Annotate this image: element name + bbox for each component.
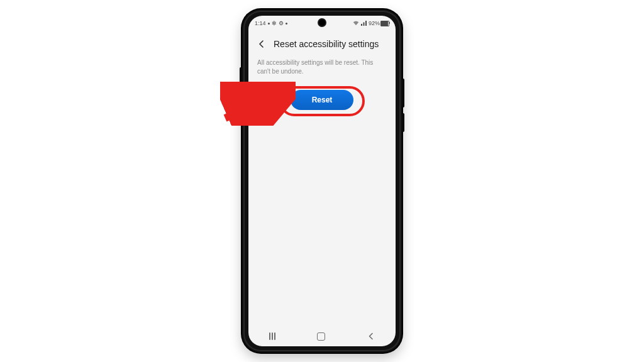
- battery-pct: 92%: [369, 20, 380, 26]
- nav-bar: [248, 326, 396, 346]
- status-bar-right: 92%: [353, 20, 389, 26]
- battery-icon: [380, 21, 389, 26]
- chevron-left-icon: [258, 40, 265, 48]
- settings-notif-icon: ✻: [272, 21, 277, 26]
- chevron-left-icon: [367, 332, 375, 340]
- notification-dot-icon: [286, 23, 287, 25]
- home-button[interactable]: [317, 332, 325, 341]
- description-text: All accessibility settings will be reset…: [257, 58, 387, 76]
- title-bar: Reset accessibility settings: [248, 31, 396, 57]
- signal-icon: [361, 21, 367, 26]
- bixby-button: [240, 67, 242, 84]
- notification-dot-icon: [268, 23, 270, 25]
- back-button[interactable]: [256, 38, 267, 50]
- gear-notif-icon: ⚙: [279, 21, 284, 26]
- front-camera: [319, 19, 325, 26]
- screen: 1:14 ✻ ⚙ 92%: [248, 16, 396, 346]
- page-title: Reset accessibility settings: [274, 39, 379, 49]
- battery-indicator: 92%: [369, 20, 389, 26]
- content-area: All accessibility settings will be reset…: [248, 57, 396, 326]
- recents-button[interactable]: [269, 332, 275, 340]
- phone-frame: 1:14 ✻ ⚙ 92%: [242, 9, 402, 353]
- power-button: [402, 113, 404, 132]
- status-time: 1:14: [255, 20, 266, 26]
- reset-button[interactable]: Reset: [291, 90, 354, 110]
- volume-button: [402, 79, 404, 107]
- nav-back-button[interactable]: [367, 332, 375, 340]
- wifi-icon: [353, 21, 359, 26]
- status-bar-left: 1:14 ✻ ⚙: [255, 20, 287, 26]
